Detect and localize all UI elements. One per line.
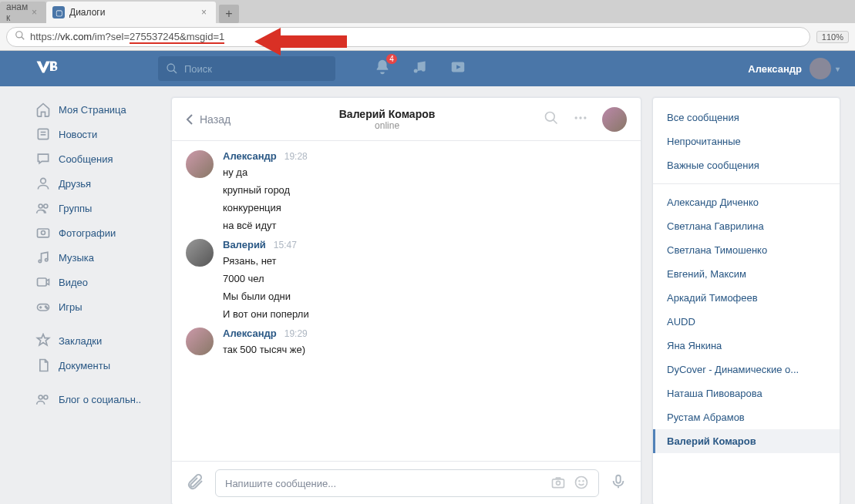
nav-item-home[interactable]: Моя Страница (31, 97, 160, 122)
header-icons: 4 (374, 59, 466, 79)
new-tab-button[interactable]: + (219, 5, 239, 23)
close-icon[interactable]: × (29, 7, 40, 18)
url-text: https://vk.com/im?sel=275537245&msgid=1 (30, 31, 224, 42)
vk-logo-icon[interactable] (35, 59, 58, 79)
chat-header: Назад Валерий Комаров online (172, 98, 641, 141)
svg-rect-31 (553, 479, 564, 487)
vk-header: Поиск 4 Александр ▾ (0, 51, 855, 86)
svg-marker-3 (254, 28, 281, 55)
svg-rect-14 (38, 229, 49, 237)
message-author[interactable]: Александр (223, 328, 277, 339)
notification-badge: 4 (386, 54, 397, 64)
chevron-down-icon: ▾ (836, 65, 840, 73)
back-button[interactable]: Назад (186, 113, 231, 126)
contact-item[interactable]: Рустам Абрамов (653, 405, 840, 429)
close-icon[interactable]: × (198, 7, 210, 18)
contact-item[interactable]: Александр Диченко (653, 190, 840, 214)
avatar (810, 58, 831, 79)
svg-point-26 (546, 112, 555, 121)
nav-item-blog[interactable]: Блог о социальн.. (31, 387, 160, 412)
message-text: ну да (223, 163, 627, 181)
nav-label: Игры (59, 301, 82, 313)
nav-label: Новости (59, 129, 97, 140)
svg-point-15 (42, 231, 45, 235)
svg-line-27 (554, 119, 557, 123)
vk-favicon-icon: ▢ (52, 6, 65, 18)
video-play-icon[interactable] (449, 59, 466, 79)
music-icon[interactable] (412, 59, 428, 78)
nav-label: Фотографии (59, 227, 116, 239)
nav-item-music[interactable]: Музыка (31, 245, 160, 270)
avatar[interactable] (186, 150, 214, 178)
nav-item-doc[interactable]: Документы (31, 353, 160, 378)
contact-item[interactable]: Светлана Тимошенко (653, 238, 840, 262)
mic-icon[interactable] (610, 473, 627, 493)
filter-item[interactable]: Непрочитанные (653, 129, 840, 153)
more-icon[interactable] (573, 110, 588, 129)
svg-point-0 (16, 32, 22, 38)
browser-tab-active[interactable]: ▢ Диалоги × (46, 2, 216, 23)
message-text: 7000 чел (223, 270, 627, 287)
left-nav: Моя СтраницаНовостиСообщенияДрузьяГруппы… (31, 97, 160, 504)
nav-item-groups[interactable]: Группы (31, 196, 160, 220)
music-icon (35, 250, 51, 265)
message-block: Валерий15:47Рязань, нет7000 челМы были о… (186, 239, 627, 323)
message-text: на всё идут (223, 217, 627, 234)
svg-point-34 (579, 480, 580, 481)
contact-item[interactable]: DyCover - Динамические о... (653, 358, 840, 381)
emoji-icon[interactable] (574, 475, 589, 492)
chat-avatar[interactable] (602, 107, 627, 132)
friends-icon (35, 176, 51, 191)
notifications-icon[interactable]: 4 (374, 59, 391, 79)
nav-label: Закладки (59, 335, 102, 347)
chat-status: online (231, 120, 544, 131)
nav-item-video[interactable]: Видео (31, 270, 160, 294)
message-time: 19:28 (284, 151, 308, 162)
annotation-arrow-icon (254, 26, 347, 57)
games-icon (35, 299, 51, 314)
svg-point-25 (44, 395, 48, 399)
chat-panel: Назад Валерий Комаров online Александр19… (171, 97, 641, 504)
nav-item-bookmark[interactable]: Закладки (31, 328, 160, 353)
browser-tab-inactive[interactable]: анам к × (0, 2, 46, 23)
avatar[interactable] (186, 328, 214, 355)
camera-icon[interactable] (550, 475, 566, 492)
news-icon (35, 126, 51, 142)
message-author[interactable]: Александр (223, 150, 277, 162)
nav-item-news[interactable]: Новости (31, 122, 160, 146)
svg-point-28 (575, 116, 577, 119)
chat-title: Валерий Комаров (231, 108, 544, 120)
nav-item-photo[interactable]: Фотографии (31, 220, 160, 245)
filter-item[interactable]: Важные сообщения (653, 153, 840, 177)
attach-icon[interactable] (186, 472, 204, 494)
contact-item[interactable]: AUDD (653, 310, 840, 334)
svg-rect-2 (278, 35, 347, 48)
svg-point-35 (583, 480, 584, 481)
message-text: конкуренция (223, 199, 627, 217)
contact-item[interactable]: Наташа Пивоварова (653, 381, 840, 405)
photo-icon (35, 225, 51, 240)
contact-item[interactable]: Аркадий Тимофеев (653, 286, 840, 310)
contact-item[interactable]: Светлана Гаврилина (653, 214, 840, 238)
search-icon[interactable] (544, 110, 559, 129)
nav-item-friends[interactable]: Друзья (31, 171, 160, 196)
filter-item[interactable]: Все сообщения (653, 106, 840, 129)
nav-item-msg[interactable]: Сообщения (31, 146, 160, 171)
nav-label: Блог о социальн.. (59, 394, 141, 405)
avatar[interactable] (186, 239, 214, 267)
nav-label: Документы (59, 360, 110, 371)
contact-item[interactable]: Валерий Комаров (653, 429, 840, 453)
message-input[interactable]: Напишите сообщение... (215, 469, 599, 497)
browser-tabs: анам к × ▢ Диалоги × + (0, 0, 855, 23)
url-input[interactable]: https://vk.com/im?sel=275537245&msgid=1 (6, 27, 810, 47)
contact-item[interactable]: Яна Янкина (653, 334, 840, 358)
contact-item[interactable]: Евгений, Максим (653, 262, 840, 286)
search-icon (15, 30, 25, 43)
zoom-level[interactable]: 110% (816, 31, 849, 43)
svg-point-12 (39, 204, 42, 208)
nav-item-games[interactable]: Игры (31, 294, 160, 319)
message-author[interactable]: Валерий (223, 239, 266, 250)
search-input[interactable]: Поиск (158, 56, 335, 81)
chat-title-block[interactable]: Валерий Комаров online (231, 108, 544, 131)
user-menu[interactable]: Александр ▾ (748, 58, 840, 79)
